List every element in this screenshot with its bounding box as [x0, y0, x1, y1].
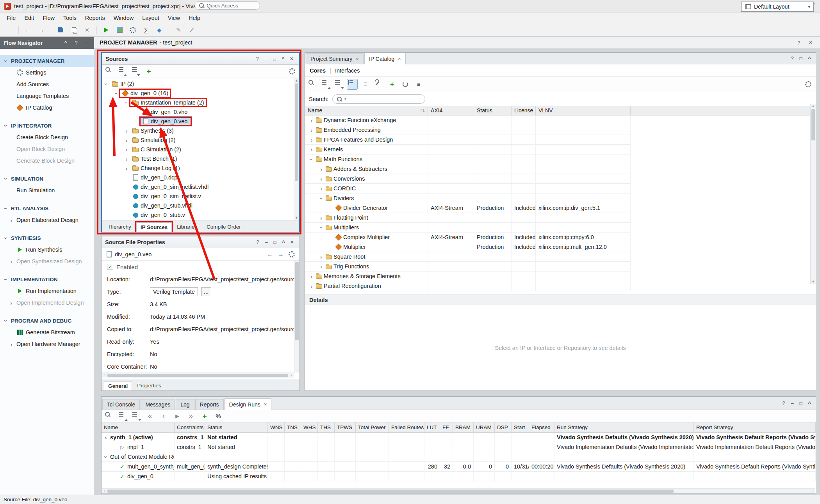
column-header-vlnv[interactable]: VLNV — [536, 106, 631, 115]
search-icon[interactable] — [104, 66, 114, 76]
float-icon[interactable] — [797, 399, 805, 407]
tree-row[interactable]: Change Log (1) — [102, 163, 299, 173]
column-header-axi4[interactable]: AXI4 — [428, 106, 474, 115]
flow-navigator-item[interactable]: SIMULATION — [0, 173, 94, 185]
quick-access-search[interactable]: Quick Access — [194, 1, 260, 10]
expander-icon[interactable] — [3, 277, 9, 282]
column-header[interactable]: Report Strategy — [694, 422, 816, 433]
column-header[interactable]: THS — [318, 422, 335, 433]
expander-icon[interactable] — [308, 156, 315, 162]
sources-view-tab[interactable]: Libraries — [173, 222, 201, 232]
document-tab[interactable]: Log × — [176, 399, 194, 410]
sources-view-tab[interactable]: IP Sources — [136, 222, 172, 232]
table-row[interactable]: Out-of-Context Module Runs — [102, 452, 816, 462]
hierarchy-icon[interactable] — [347, 79, 357, 89]
expander-icon[interactable] — [3, 58, 9, 64]
expander-icon[interactable] — [319, 176, 324, 182]
column-header[interactable]: Name — [102, 422, 175, 433]
separator[interactable] — [18, 26, 19, 34]
expander-icon[interactable] — [309, 283, 314, 289]
flow-navigator-item[interactable]: Open Block Design — [0, 143, 94, 155]
collapse-icon[interactable] — [806, 399, 813, 407]
expander-icon[interactable] — [124, 146, 129, 153]
browse-button[interactable]: … — [201, 287, 211, 296]
separator[interactable] — [51, 26, 51, 34]
arrow-back-icon[interactable] — [266, 250, 274, 258]
tree-row[interactable]: div_gen_0.vho — [102, 107, 299, 117]
expander-icon[interactable] — [103, 454, 109, 460]
flow-navigator-item[interactable]: Settings — [0, 67, 94, 78]
collapse-icon[interactable] — [279, 55, 287, 63]
column-header[interactable]: DSP — [495, 422, 512, 433]
tree-row[interactable]: div_gen_0 (16) — [102, 89, 299, 98]
column-header[interactable]: URAM — [474, 422, 495, 433]
expander-icon[interactable] — [3, 206, 9, 211]
document-tab[interactable]: Reports × — [195, 399, 224, 410]
column-header[interactable]: Total Power — [356, 422, 389, 433]
layout-selector[interactable]: Default Layout — [741, 2, 814, 12]
probe-icon[interactable] — [186, 25, 198, 35]
expander-icon[interactable] — [309, 117, 314, 124]
arrow-forward-icon[interactable] — [277, 250, 285, 258]
table-row[interactable]: synth_1 (active) constrs_1 Not started V… — [102, 433, 816, 442]
collapse-all-icon[interactable] — [118, 66, 127, 76]
menu-item[interactable]: Reports — [81, 12, 109, 23]
document-tab[interactable]: Tcl Console × — [102, 399, 140, 410]
sum-icon[interactable] — [140, 25, 152, 35]
column-header[interactable]: LUT — [424, 422, 440, 433]
expander-icon[interactable] — [3, 235, 9, 241]
tree-row[interactable]: Test Bench (1) — [102, 154, 299, 163]
column-header[interactable]: Failed Routes — [389, 422, 424, 433]
collapse-icon[interactable] — [806, 55, 813, 62]
properties-tab[interactable]: General — [104, 381, 132, 390]
flow-navigator-item[interactable]: Run Simulation — [0, 185, 94, 196]
flow-navigator-item[interactable]: Open Synthesized Design — [0, 256, 94, 267]
gear-icon[interactable] — [288, 250, 296, 258]
settings-gear-icon[interactable] — [287, 66, 297, 76]
catalog-vertical-scrollbar[interactable]: ▲ ▼ — [810, 104, 816, 284]
tree-row[interactable]: IP (2) — [102, 79, 299, 89]
expander-icon[interactable] — [309, 273, 314, 280]
column-header[interactable]: Start — [512, 422, 529, 433]
expander-icon[interactable] — [319, 166, 324, 172]
column-header[interactable]: FF — [440, 422, 453, 433]
catalog-row[interactable]: Math Functions — [305, 154, 816, 164]
tree-row[interactable]: div_gen_0_stub.v — [102, 210, 299, 220]
tree-row[interactable]: C Simulation (2) — [102, 145, 299, 154]
document-tab[interactable]: Messages × — [141, 399, 175, 410]
expander-icon[interactable] — [309, 127, 314, 133]
square-icon[interactable] — [414, 79, 424, 89]
settings-gear-icon[interactable] — [803, 79, 813, 89]
column-header[interactable]: WNS — [268, 422, 285, 433]
tree-row[interactable]: div_gen_0.veo — [102, 117, 299, 126]
back-icon[interactable] — [159, 411, 169, 421]
help-icon[interactable] — [780, 399, 788, 407]
expand-all-icon[interactable] — [131, 411, 141, 421]
collapse-icon[interactable] — [62, 39, 70, 47]
expander-icon[interactable] — [9, 217, 14, 224]
expander-icon[interactable] — [124, 156, 129, 162]
sources-vertical-scrollbar[interactable]: ▲ ▼ — [294, 78, 299, 220]
document-tab[interactable]: IP Catalog × — [364, 53, 406, 64]
enabled-checkbox[interactable] — [107, 264, 113, 270]
expander-icon[interactable] — [319, 254, 324, 260]
search-input[interactable] — [332, 94, 425, 104]
catalog-row[interactable]: Dynamic Function eXchange — [305, 115, 816, 125]
catalog-row[interactable]: Multipliers — [305, 223, 816, 232]
help-icon[interactable] — [253, 55, 261, 63]
catalog-row[interactable]: Trig Functions — [305, 262, 816, 272]
run-icon[interactable] — [100, 25, 112, 35]
tree-row[interactable]: div_gen_0_sim_netlist.vhdl — [102, 182, 299, 192]
float-icon[interactable] — [797, 55, 805, 62]
expander-icon[interactable] — [3, 123, 9, 128]
search-icon[interactable] — [104, 411, 114, 421]
flow-navigator-item[interactable]: SYNTHESIS — [0, 232, 94, 244]
catalog-row[interactable]: Complex Multiplier AXI4-Stream Productio… — [305, 232, 816, 242]
catalog-row[interactable]: Floating Point — [305, 213, 816, 223]
document-tab[interactable]: Project Summary × — [306, 53, 364, 64]
close-icon[interactable]: × — [356, 56, 359, 62]
help-icon[interactable] — [72, 39, 80, 47]
wrench-icon[interactable] — [374, 79, 384, 89]
minimize-icon[interactable] — [788, 399, 796, 407]
tab-cores[interactable]: Cores — [310, 67, 326, 74]
